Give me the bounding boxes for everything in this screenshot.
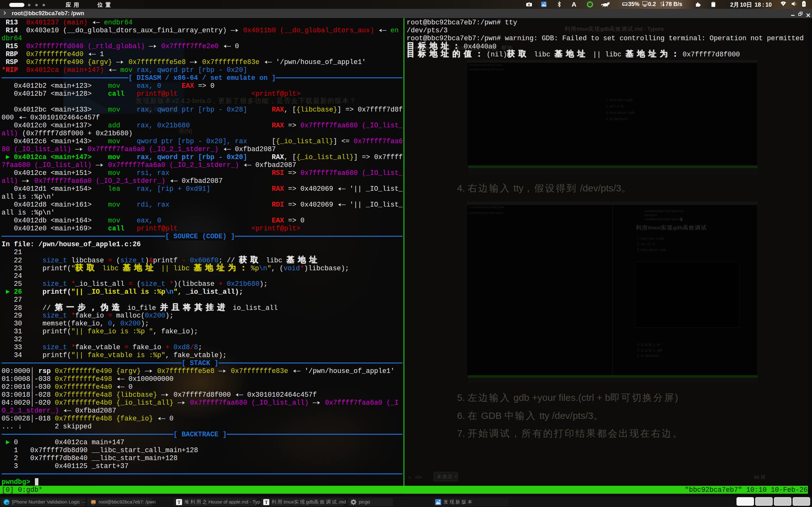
svg-text:T: T <box>265 500 268 505</box>
svg-text:?: ? <box>782 2 784 5</box>
svg-text:T: T <box>177 500 181 505</box>
